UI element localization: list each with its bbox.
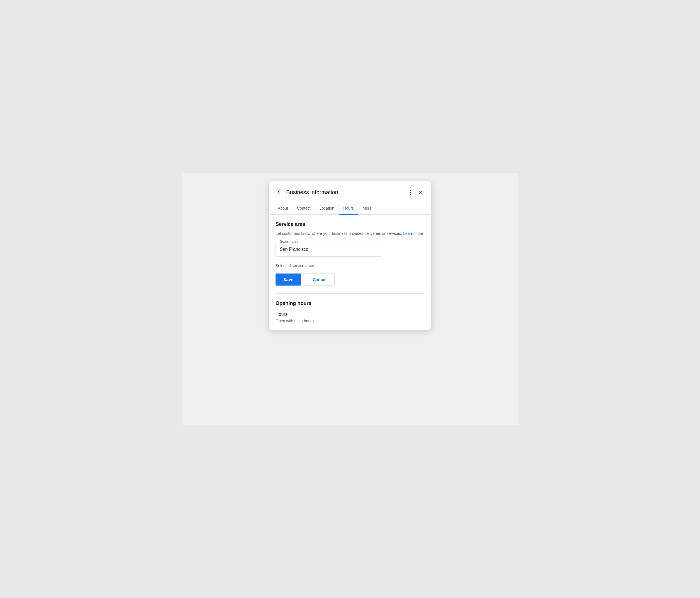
- buttons-row: Save Cancel: [276, 273, 424, 286]
- service-area-title: Service area: [276, 221, 424, 227]
- section-divider: [276, 293, 424, 294]
- cancel-button[interactable]: Cancel: [305, 273, 334, 286]
- modal-container: Business information: [269, 181, 431, 330]
- three-dots-icon: [410, 190, 411, 195]
- learn-more-link[interactable]: Learn more: [403, 231, 423, 236]
- close-button[interactable]: [416, 187, 426, 197]
- opening-hours-section: Opening hours Hours Open with main hours: [276, 301, 424, 323]
- tab-contact[interactable]: Contact: [293, 202, 315, 214]
- save-button[interactable]: Save: [276, 273, 301, 286]
- tabs-container: About Contact Location Hours More: [269, 202, 431, 215]
- tab-more[interactable]: More: [358, 202, 376, 214]
- tab-hours[interactable]: Hours: [339, 202, 358, 214]
- page-background: Business information: [182, 173, 518, 425]
- header-actions: [408, 187, 426, 197]
- search-area-label: Search area: [279, 240, 299, 243]
- modal-header: Business information: [269, 181, 431, 202]
- page-title: Business information: [286, 189, 408, 196]
- service-area-section: Service area Let customers know where yo…: [276, 221, 424, 286]
- search-area-wrapper: Search area: [276, 242, 424, 257]
- selected-service-areas-label: Selected service areas: [276, 263, 424, 268]
- hours-subtitle: Hours: [276, 312, 424, 317]
- tab-location[interactable]: Location: [315, 202, 339, 214]
- modal-content: Service area Let customers know where yo…: [269, 215, 431, 323]
- more-options-button[interactable]: [408, 188, 413, 197]
- service-area-description: Let customers know where your business p…: [276, 231, 424, 237]
- hours-desc: Open with main hours: [276, 319, 424, 323]
- back-button[interactable]: [273, 187, 284, 197]
- opening-hours-title: Opening hours: [276, 301, 424, 306]
- search-area-input[interactable]: [276, 242, 382, 257]
- tab-about[interactable]: About: [273, 202, 293, 214]
